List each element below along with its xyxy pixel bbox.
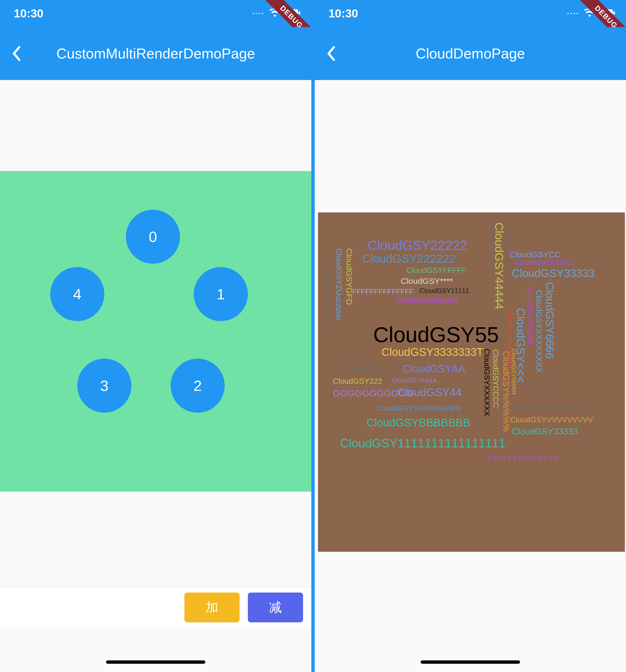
battery-icon	[599, 9, 615, 18]
cloud-word: CloudGSY222222	[362, 252, 456, 265]
cloud-word: CloudGSYZUuzzuuu	[334, 248, 343, 320]
signal-dots-icon	[567, 13, 578, 14]
cloud-word: BBBBBBBBBBB	[397, 296, 458, 305]
status-icons	[567, 9, 615, 18]
status-icons	[253, 9, 300, 18]
cloud-word: CloudGSYGGGGG	[515, 259, 572, 266]
cloud-word: CloudGSY22222	[368, 238, 467, 253]
svg-rect-1	[299, 11, 300, 15]
cloud-word: CloudGSY44	[397, 386, 462, 399]
node-1[interactable]: 1	[194, 267, 248, 321]
wifi-icon	[270, 9, 280, 18]
cloud-word: CloudGSYCCCC	[491, 349, 500, 408]
cloud-word: CloudGSY%%%%%	[501, 351, 511, 432]
signal-dots-icon	[253, 13, 263, 14]
page-title: CloudDemoPage	[323, 45, 618, 62]
render-panel: 0 1 2 3 4	[0, 171, 311, 491]
cloud-word: CloudGSYAA	[402, 363, 465, 375]
cloud-word: FFFFFFFFFFFFFF	[352, 287, 414, 296]
cloud-word: CloudGSY6666	[543, 282, 556, 359]
cloud-word: CloudGSY####	[346, 364, 399, 373]
cloud-word: CloudGSYGFD	[345, 248, 354, 305]
cloud-word: CloudGSY33333	[512, 267, 595, 280]
svg-rect-3	[613, 11, 615, 15]
word-cloud-panel: CloudGSY55CloudGSY22222CloudGSY222222Clo…	[318, 212, 625, 552]
cloud-word: CloudGSY44444	[492, 222, 506, 309]
cloud-word: CloudGSYFFFFFFFFF	[514, 403, 593, 412]
phone-left: DEBUG 10:30 CustomMultiRenderDemoPage 0 …	[0, 0, 311, 672]
cloud-word: CloudGSY222	[333, 377, 382, 386]
subtract-button[interactable]: 减	[248, 593, 303, 622]
content-area: 0 1 2 3 4 加 减	[0, 80, 311, 672]
wifi-icon	[584, 9, 595, 18]
cloud-word: CloudGSY3333333T	[381, 346, 483, 358]
cloud-word: CloudGSY1111111111111111	[340, 436, 505, 450]
app-bar: CloudDemoPage	[315, 27, 626, 80]
status-bar: 10:30	[0, 0, 311, 27]
cloud-word: CloudGSY 3	[526, 379, 565, 388]
clock-label: 10:30	[14, 7, 43, 20]
cloud-word: CloudGSYFDWE	[526, 287, 534, 346]
home-indicator	[421, 661, 520, 664]
add-button[interactable]: 加	[184, 593, 239, 622]
node-3[interactable]: 3	[77, 359, 131, 413]
app-bar: CustomMultiRenderDemoPage	[0, 27, 311, 80]
cloud-word: CloudGSYYYYYY	[322, 261, 331, 323]
phone-right: DEBUG 10:30 CloudDemoPage CloudGSY55Clou…	[315, 0, 626, 672]
home-indicator	[106, 661, 205, 664]
node-0[interactable]: 0	[126, 210, 180, 264]
node-2[interactable]: 2	[170, 359, 225, 413]
bottom-toolbar: 加 减	[0, 586, 311, 628]
status-bar: 10:30	[315, 0, 626, 27]
content-area: CloudGSY55CloudGSY22222CloudGSY222222Clo…	[315, 80, 626, 672]
cloud-word: CloudGSYCC	[510, 250, 561, 259]
cloud-word: CloudGSYVVVVVVVVV	[510, 415, 593, 424]
cloud-word: CloudGSY55	[373, 322, 499, 347]
cloud-word: CloudGSYBBBBBBB	[367, 416, 470, 429]
svg-rect-2	[599, 9, 613, 17]
cloud-word: CloudGSY&&&&	[392, 377, 437, 384]
cloud-word: YYYYYYYYYYYYYY	[486, 454, 558, 463]
cloud-word: CloudGSYXXXXXX	[483, 349, 491, 416]
svg-rect-0	[284, 9, 298, 17]
cloud-word: CloudGSYXXXXXXXX	[534, 290, 544, 373]
page-title: CustomMultiRenderDemoPage	[8, 45, 303, 62]
cloud-word: CloudGSY%%%%%%%	[377, 404, 462, 413]
battery-icon	[284, 9, 300, 18]
cloud-word: CloudGSY11111	[420, 287, 469, 295]
cloud-word: CloudGSYFFFFF	[406, 266, 466, 275]
clock-label: 10:30	[328, 7, 358, 20]
cloud-word: CloudGSY****	[401, 277, 453, 286]
cloud-word: CloudGSY33333	[512, 427, 578, 437]
phone-divider	[311, 0, 315, 672]
node-4[interactable]: 4	[50, 267, 104, 321]
